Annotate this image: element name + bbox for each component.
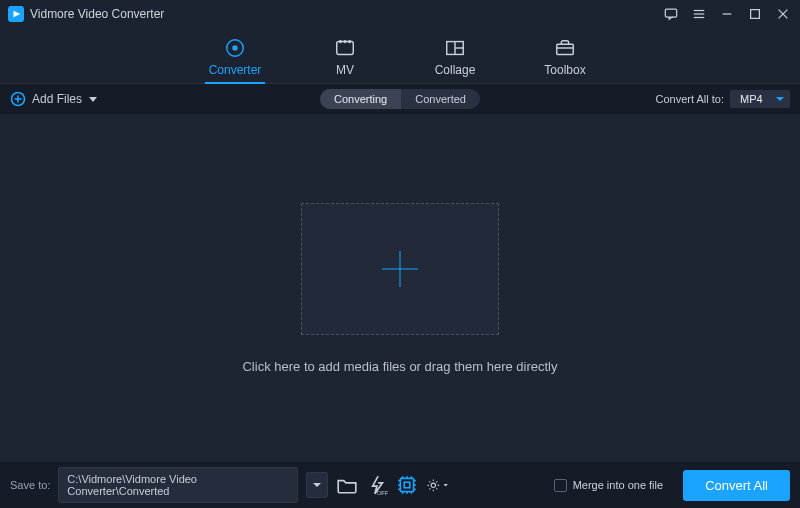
title-left: Vidmore Video Converter	[8, 6, 164, 22]
merge-label: Merge into one file	[573, 479, 664, 491]
svg-rect-25	[401, 478, 414, 491]
feedback-icon[interactable]	[664, 7, 678, 21]
save-path-dropdown[interactable]	[306, 472, 328, 498]
sub-bar: Add Files Converting Converted Convert A…	[0, 84, 800, 114]
drop-hint: Click here to add media files or drag th…	[242, 359, 557, 374]
format-select[interactable]: MP4	[730, 90, 790, 108]
svg-text:OFF: OFF	[377, 490, 388, 496]
title-right	[664, 7, 790, 21]
settings-icon[interactable]	[426, 474, 448, 496]
maximize-icon[interactable]	[748, 7, 762, 21]
svg-point-39	[431, 483, 435, 487]
convert-all-to: Convert All to: MP4	[656, 90, 790, 108]
save-path-value: C:\Vidmore\Vidmore Video Converter\Conve…	[67, 473, 289, 497]
checkbox-icon	[554, 479, 567, 492]
tab-label: MV	[336, 63, 354, 77]
collage-icon	[444, 37, 466, 59]
tab-collage[interactable]: Collage	[425, 37, 485, 83]
svg-rect-1	[665, 9, 676, 17]
segment-converting[interactable]: Converting	[320, 89, 401, 109]
main-area: Click here to add media files or drag th…	[0, 114, 800, 462]
title-bar: Vidmore Video Converter	[0, 0, 800, 28]
save-path-field[interactable]: C:\Vidmore\Vidmore Video Converter\Conve…	[58, 467, 298, 503]
svg-marker-0	[14, 11, 21, 18]
tab-label: Converter	[209, 63, 262, 77]
gpu-icon[interactable]	[396, 474, 418, 496]
mv-icon	[334, 37, 356, 59]
tab-mv[interactable]: MV	[315, 37, 375, 83]
svg-point-10	[232, 45, 238, 51]
svg-rect-18	[557, 44, 574, 54]
svg-marker-23	[89, 97, 97, 102]
convert-status-segment: Converting Converted	[320, 89, 480, 109]
segment-converted[interactable]: Converted	[401, 89, 480, 109]
hardware-accel-icon[interactable]: OFF	[366, 474, 388, 496]
tab-label: Collage	[435, 63, 476, 77]
chevron-down-icon	[88, 94, 98, 104]
main-tabs: Converter MV Collage Toolbox	[0, 28, 800, 84]
convert-all-button[interactable]: Convert All	[683, 470, 790, 501]
bottom-bar: Save to: C:\Vidmore\Vidmore Video Conver…	[0, 462, 800, 508]
plus-icon	[382, 251, 418, 287]
menu-icon[interactable]	[692, 7, 706, 21]
app-title: Vidmore Video Converter	[30, 7, 164, 21]
svg-rect-6	[751, 10, 760, 19]
save-to-label: Save to:	[10, 479, 50, 491]
svg-rect-26	[405, 482, 411, 488]
app-logo-icon	[8, 6, 24, 22]
svg-rect-11	[337, 42, 354, 55]
convert-all-to-label: Convert All to:	[656, 93, 724, 105]
open-folder-icon[interactable]	[336, 474, 358, 496]
toolbox-icon	[554, 37, 576, 59]
merge-checkbox[interactable]: Merge into one file	[554, 479, 664, 492]
tab-toolbox[interactable]: Toolbox	[535, 37, 595, 83]
format-value: MP4	[740, 93, 763, 105]
tab-label: Toolbox	[544, 63, 585, 77]
minimize-icon[interactable]	[720, 7, 734, 21]
tab-converter[interactable]: Converter	[205, 37, 265, 83]
app-window: Vidmore Video Converter Co	[0, 0, 800, 508]
close-icon[interactable]	[776, 7, 790, 21]
svg-marker-40	[444, 484, 448, 487]
add-files-button[interactable]: Add Files	[10, 91, 98, 107]
add-files-label: Add Files	[32, 92, 82, 106]
converter-icon	[224, 37, 246, 59]
drop-zone[interactable]	[301, 203, 499, 335]
